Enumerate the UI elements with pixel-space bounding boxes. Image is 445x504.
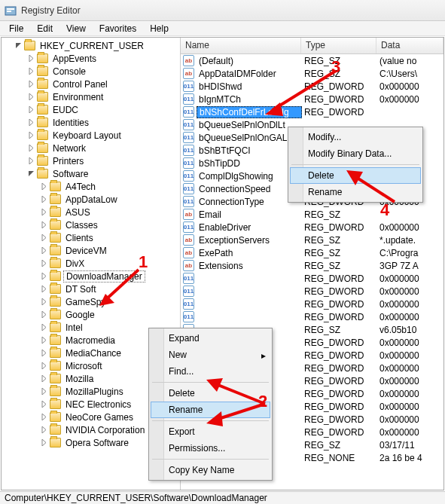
cm-tree-rename[interactable]: Rename — [151, 402, 270, 418]
value-row[interactable]: 011bIgnMTChREG_DWORD0x000000 — [181, 93, 443, 105]
tree-label: DeviceVM — [63, 246, 109, 256]
value-row[interactable]: 011EnableDriverREG_DWORD0x000000 — [181, 221, 443, 234]
tree-item[interactable]: EUDC — [2, 103, 180, 116]
separator — [291, 164, 419, 165]
expand-icon[interactable] — [27, 131, 35, 139]
value-row[interactable]: abExtensionsREG_SZ3GP 7Z A — [181, 259, 443, 272]
tree-item[interactable]: Classes — [2, 218, 180, 231]
col-type[interactable]: Type — [301, 38, 376, 53]
tree-item[interactable]: Keyboard Layout — [2, 129, 180, 142]
tree-item[interactable]: DivX — [2, 257, 180, 270]
expand-icon[interactable] — [40, 323, 48, 331]
expand-icon[interactable] — [40, 195, 48, 203]
value-name: bNShConfDelFrLstDlg — [197, 106, 302, 118]
cm-tree-export[interactable]: Export — [151, 423, 270, 440]
expand-icon[interactable] — [40, 259, 48, 267]
expand-icon[interactable] — [27, 157, 35, 165]
value-row[interactable]: 011REG_DWORD0x000000 — [181, 272, 443, 285]
folder-icon — [37, 143, 48, 153]
cm-tree-expand[interactable]: Expand — [151, 330, 270, 347]
tree-label: Google — [63, 310, 97, 320]
tree-item[interactable]: DT Soft — [2, 283, 180, 295]
expand-icon[interactable] — [40, 310, 48, 319]
value-row[interactable]: abAppDataIDMFolderREG_SZC:\Users\ — [181, 67, 443, 80]
menu-edit[interactable]: Edit — [31, 23, 59, 35]
value-row[interactable]: 011REG_DWORD0x000000 — [181, 298, 443, 310]
tree-item[interactable]: A4Tech — [2, 180, 180, 193]
expand-icon[interactable] — [40, 221, 48, 229]
cm-tree-new[interactable]: New▸ — [151, 347, 270, 363]
expand-icon[interactable] — [40, 374, 48, 383]
cm-tree-copy-key-name[interactable]: Copy Key Name — [151, 462, 270, 478]
folder-icon — [50, 438, 61, 447]
expand-icon[interactable] — [27, 80, 35, 88]
tree-item[interactable]: AppDataLow — [2, 193, 180, 206]
tree-item[interactable]: Console — [2, 65, 180, 78]
expand-icon[interactable] — [27, 118, 35, 127]
menu-file[interactable]: File — [3, 23, 29, 35]
tree-item[interactable]: HKEY_CURRENT_USER — [2, 39, 180, 52]
expand-icon[interactable] — [40, 426, 48, 434]
expand-icon[interactable] — [40, 349, 48, 357]
tree-item[interactable]: DownloadManager — [2, 270, 180, 283]
expand-icon[interactable] — [40, 336, 48, 344]
expand-icon[interactable] — [40, 246, 48, 255]
collapse-icon[interactable] — [27, 170, 35, 178]
expand-icon[interactable] — [40, 400, 48, 408]
expand-icon[interactable] — [27, 54, 35, 63]
expand-icon[interactable] — [40, 234, 48, 242]
expand-icon[interactable] — [40, 272, 48, 280]
tree-item[interactable]: Environment — [2, 90, 180, 103]
tree-item[interactable]: AppEvents — [2, 52, 180, 65]
expand-icon[interactable] — [40, 182, 48, 191]
expand-icon[interactable] — [40, 362, 48, 370]
cm-value-modify-binary[interactable]: Modify Binary Data... — [290, 145, 421, 162]
value-type: REG_DWORD — [302, 94, 377, 105]
value-row[interactable]: abExceptionServersREG_SZ*.update. — [181, 234, 443, 246]
tree-item[interactable]: Google — [2, 308, 180, 321]
value-data: (value no — [377, 56, 443, 66]
expand-icon[interactable] — [27, 144, 35, 152]
binary-value-icon: 011 — [183, 286, 194, 297]
expand-icon[interactable] — [40, 298, 48, 306]
value-type: REG_SZ — [302, 56, 377, 66]
value-row[interactable]: ab(Default)REG_SZ(value no — [181, 54, 443, 67]
tree-item[interactable]: Clients — [2, 231, 180, 244]
expand-icon[interactable] — [27, 105, 35, 114]
expand-icon[interactable] — [40, 285, 48, 293]
expand-icon[interactable] — [40, 438, 48, 447]
expand-icon[interactable] — [27, 93, 35, 101]
menu-view[interactable]: View — [60, 23, 92, 35]
expand-icon[interactable] — [40, 413, 48, 421]
tree-item[interactable]: Identities — [2, 116, 180, 129]
value-row[interactable]: abEmailREG_SZ — [181, 208, 443, 221]
tree-item[interactable]: Control Panel — [2, 78, 180, 90]
menu-help[interactable]: Help — [144, 23, 175, 35]
value-row[interactable]: abExePathREG_SZC:\Progra — [181, 246, 443, 259]
tree-item[interactable]: Network — [2, 142, 180, 154]
expand-icon[interactable] — [40, 208, 48, 216]
tree-label: Keyboard Layout — [50, 130, 123, 141]
expand-icon[interactable] — [27, 67, 35, 75]
value-row[interactable]: 011REG_DWORD0x000000 — [181, 310, 443, 323]
collapse-icon[interactable] — [14, 41, 23, 50]
expand-icon[interactable] — [40, 387, 48, 396]
cm-tree-delete[interactable]: Delete — [151, 385, 270, 402]
value-row[interactable]: 011REG_DWORD0x000000 — [181, 285, 443, 298]
cm-value-modify[interactable]: Modify... — [290, 129, 421, 145]
value-row[interactable]: 011bNShConfDelFrLstDlgREG_DWORD — [181, 105, 443, 118]
cm-tree-find[interactable]: Find... — [151, 363, 270, 380]
cm-tree-permissions[interactable]: Permissions... — [151, 440, 270, 457]
col-data[interactable]: Data — [376, 38, 443, 53]
value-name: bShTipDD — [197, 158, 302, 169]
value-row[interactable]: 011bHDIShwdREG_DWORD0x000000 — [181, 80, 443, 93]
col-name[interactable]: Name — [181, 38, 301, 53]
tree-item[interactable]: GameSpy — [2, 295, 180, 308]
menu-favorites[interactable]: Favorites — [93, 23, 142, 35]
cm-value-rename[interactable]: Rename — [290, 184, 421, 200]
tree-item[interactable]: Software — [2, 167, 180, 180]
tree-item[interactable]: Printers — [2, 154, 180, 167]
tree-item[interactable]: ASUS — [2, 206, 180, 218]
tree-item[interactable]: DeviceVM — [2, 244, 180, 257]
cm-value-delete[interactable]: Delete — [290, 167, 421, 184]
